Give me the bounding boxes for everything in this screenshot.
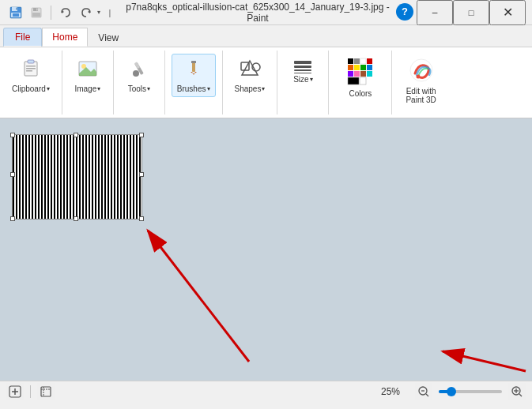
selection-handle-bc[interactable]: [74, 216, 78, 221]
svg-rect-2: [17, 7, 17, 9]
tab-view[interactable]: View: [88, 28, 129, 47]
ribbon-group-size: Size ▾: [277, 51, 329, 114]
tools-icon: [128, 58, 150, 83]
svg-line-46: [443, 351, 526, 371]
svg-rect-40: [360, 77, 366, 84]
svg-rect-33: [360, 65, 366, 70]
shapes-items: Shapes ▾: [229, 51, 271, 114]
brushes-button[interactable]: Brushes ▾: [172, 54, 216, 97]
colors-items: Colors: [341, 51, 379, 114]
quick-save-button[interactable]: [27, 3, 46, 22]
colors-icon: [346, 57, 375, 88]
image-label: Image ▾: [74, 84, 100, 93]
svg-point-20: [133, 70, 139, 77]
svg-rect-39: [348, 77, 359, 84]
svg-rect-7: [37, 8, 38, 10]
crop-button[interactable]: [37, 383, 55, 400]
svg-rect-8: [32, 13, 40, 17]
undo-button[interactable]: [56, 3, 75, 22]
ribbon: Clipboard ▾ Image ▾: [0, 47, 532, 118]
canvas-area: [0, 118, 532, 381]
quick-access-dropdown[interactable]: ▾: [97, 9, 100, 16]
quick-access-toolbar: ▾: [6, 3, 100, 22]
title-separator: |: [104, 6, 116, 19]
zoom-percent: 25%: [381, 386, 409, 397]
ribbon-group-paint3d: Edit withPaint 3D: [392, 51, 449, 114]
svg-rect-31: [348, 65, 353, 70]
paint3d-icon: [409, 58, 434, 85]
image-button[interactable]: Image ▾: [69, 54, 107, 97]
image-icon: [77, 58, 99, 83]
minimize-button[interactable]: –: [417, 0, 453, 25]
colors-button[interactable]: Colors: [341, 54, 379, 101]
svg-marker-9: [62, 10, 64, 13]
title-bar: ▾ | p7na8qks_optical-illusion-cat_625x30…: [0, 0, 532, 25]
clipboard-label: Clipboard ▾: [12, 84, 50, 93]
image-canvas: [12, 134, 142, 220]
selection-handle-br[interactable]: [139, 216, 144, 221]
svg-rect-50: [41, 387, 51, 396]
svg-rect-38: [367, 71, 372, 77]
help-button[interactable]: ?: [396, 3, 413, 21]
ribbon-group-tools: Tools ▾: [114, 51, 165, 114]
shapes-icon: [239, 58, 261, 83]
selection-handle-bl[interactable]: [10, 216, 15, 221]
tools-button[interactable]: Tools ▾: [120, 54, 158, 97]
svg-point-42: [416, 75, 420, 79]
size-button[interactable]: Size ▾: [284, 54, 322, 88]
svg-rect-14: [26, 68, 36, 69]
tab-home[interactable]: Home: [42, 28, 88, 47]
brushes-icon: [183, 58, 205, 83]
edit-paint3d-button[interactable]: Edit withPaint 3D: [398, 54, 443, 108]
clipboard-items: Clipboard ▾: [6, 51, 55, 114]
svg-rect-4: [13, 13, 19, 17]
svg-rect-32: [354, 65, 360, 70]
image-items: Image ▾: [69, 51, 107, 114]
selection-handle-mr[interactable]: [139, 172, 144, 177]
ribbon-group-shapes: Shapes ▾: [223, 51, 278, 114]
canvas-stripes: [13, 135, 141, 219]
clipboard-button[interactable]: Clipboard ▾: [6, 54, 55, 97]
brushes-label: Brushes ▾: [177, 84, 210, 93]
zoom-out-button[interactable]: [415, 383, 432, 400]
svg-line-45: [148, 231, 249, 362]
status-divider-1: [30, 385, 31, 398]
svg-rect-30: [367, 58, 372, 64]
redo-button[interactable]: [77, 3, 96, 22]
svg-rect-28: [354, 58, 360, 64]
ribbon-group-brushes: Brushes ▾: [165, 51, 223, 114]
selection-handle-tl[interactable]: [10, 133, 15, 137]
zoom-in-button[interactable]: [508, 383, 526, 400]
tab-file[interactable]: File: [3, 28, 42, 47]
svg-rect-27: [348, 58, 353, 64]
svg-rect-15: [26, 70, 32, 72]
size-items: Size ▾: [284, 51, 322, 114]
ribbon-group-clipboard: Clipboard ▾: [0, 51, 62, 114]
brushes-items: Brushes ▾: [172, 51, 216, 114]
size-label: Size ▾: [293, 75, 312, 84]
shapes-button[interactable]: Shapes ▾: [229, 54, 271, 97]
svg-rect-34: [367, 65, 372, 70]
shapes-label: Shapes ▾: [235, 84, 266, 93]
save-button[interactable]: [6, 3, 25, 22]
close-button[interactable]: ✕: [489, 0, 526, 25]
zoom-slider[interactable]: [439, 390, 502, 393]
maximize-button[interactable]: □: [453, 0, 489, 25]
add-button[interactable]: [6, 383, 24, 400]
size-icon: [294, 58, 311, 73]
selection-handle-tc[interactable]: [74, 133, 78, 137]
colors-label: Colors: [349, 89, 372, 98]
selection-handle-ml[interactable]: [10, 172, 15, 177]
tools-items: Tools ▾: [120, 51, 158, 114]
tools-label: Tools ▾: [128, 84, 150, 93]
selection-handle-tr[interactable]: [139, 133, 144, 137]
paint3d-items: Edit withPaint 3D: [398, 51, 443, 114]
svg-line-55: [426, 394, 428, 396]
svg-marker-10: [88, 10, 90, 13]
svg-rect-23: [191, 61, 196, 63]
svg-rect-36: [354, 71, 360, 77]
svg-rect-29: [360, 58, 366, 64]
zoom-slider-thumb[interactable]: [447, 387, 456, 396]
ribbon-group-colors: Colors: [329, 51, 392, 114]
ribbon-group-image: Image ▾: [62, 51, 114, 114]
